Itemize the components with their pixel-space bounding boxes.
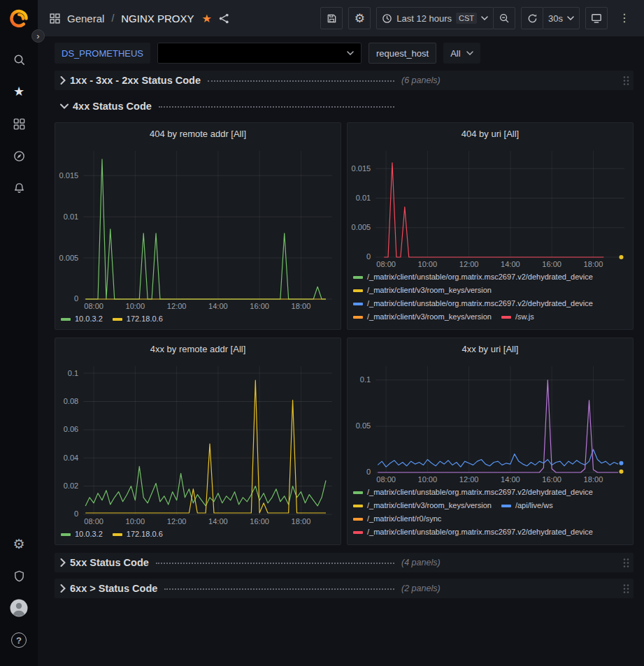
timeseries-chart[interactable]: 08:0010:0012:0014:0016:0018:0000.050.1: [348, 359, 633, 485]
svg-text:0.02: 0.02: [64, 482, 79, 490]
help-icon[interactable]: ?: [5, 626, 33, 654]
starred-dashboards-icon[interactable]: ★: [5, 78, 33, 106]
svg-text:0.06: 0.06: [64, 425, 79, 433]
svg-text:14:00: 14:00: [501, 475, 520, 484]
panel-title[interactable]: 404 by uri [All]: [348, 123, 633, 144]
legend-item[interactable]: /api/live/ws: [501, 500, 553, 512]
svg-text:0: 0: [74, 295, 78, 303]
legend-item[interactable]: /_matrix/client/unstable/org.matrix.msc2…: [353, 298, 593, 310]
datasource-select[interactable]: [157, 43, 362, 64]
dashboards-icon[interactable]: [5, 110, 33, 138]
legend-swatch: [353, 316, 363, 319]
chevron-down-icon: [567, 16, 574, 20]
share-icon[interactable]: [218, 13, 230, 24]
svg-text:10:00: 10:00: [417, 260, 437, 268]
legend-item[interactable]: 10.0.3.2: [61, 528, 103, 540]
legend-swatch: [61, 318, 71, 321]
legend-label: /sw.js: [515, 311, 534, 323]
favorite-star-icon[interactable]: ★: [201, 12, 211, 25]
refresh-button[interactable]: [521, 7, 543, 29]
legend-item[interactable]: 172.18.0.6: [113, 313, 163, 325]
configuration-gear-icon[interactable]: ⚙: [5, 530, 33, 558]
panel-404-by-remote-addr: 404 by remote addr [All] 08:0010:0012:00…: [55, 122, 341, 330]
question-mark: ?: [11, 632, 27, 648]
server-admin-shield-icon[interactable]: [5, 562, 33, 590]
row-title: 4xx Status Code: [73, 101, 152, 112]
panel-title[interactable]: 4xx by uri [All]: [348, 338, 633, 359]
legend-item[interactable]: /_matrix/client/unstable/org.matrix.msc2…: [353, 486, 593, 498]
svg-text:0.08: 0.08: [64, 397, 79, 405]
time-range-picker[interactable]: Last 12 hours CST: [376, 7, 494, 29]
svg-text:10:00: 10:00: [417, 475, 437, 484]
grafana-logo[interactable]: [7, 7, 31, 31]
legend-swatch: [353, 531, 363, 534]
sidebar-expand-button[interactable]: ›: [31, 29, 45, 43]
datasource-variable-label: DS_PROMETHEUS: [55, 43, 150, 64]
svg-text:0.05: 0.05: [356, 421, 371, 430]
legend-label: /_matrix/client/unstable/org.matrix.msc2…: [367, 486, 593, 498]
row-6xx[interactable]: 6xx > Status Code (2 panels): [55, 579, 634, 598]
monitor-icon: [591, 13, 602, 24]
panel-legend: /_matrix/client/unstable/org.matrix.msc2…: [348, 270, 633, 326]
tv-mode-button[interactable]: [585, 7, 608, 29]
row-1xx-3xx-2xx[interactable]: 1xx - 3xx - 2xx Status Code (6 panels): [55, 71, 634, 90]
row-drag-handle[interactable]: [622, 582, 631, 595]
dotted-leader: [159, 102, 394, 108]
panel-4xx-by-uri: 4xx by uri [All] 08:0010:0012:0014:0016:…: [347, 338, 634, 545]
svg-text:14:00: 14:00: [208, 517, 228, 526]
explore-compass-icon[interactable]: [5, 142, 33, 170]
row-drag-handle[interactable]: [622, 556, 631, 570]
row-4xx[interactable]: 4xx Status Code: [55, 96, 634, 116]
breadcrumb-section[interactable]: General: [67, 13, 104, 24]
svg-text:18:00: 18:00: [584, 475, 603, 484]
svg-text:12:00: 12:00: [167, 302, 187, 310]
breadcrumb-separator: /: [111, 13, 114, 24]
alerting-bell-icon[interactable]: [5, 174, 33, 202]
timeseries-chart[interactable]: 08:0010:0012:0014:0016:0018:0000.020.040…: [55, 359, 341, 527]
time-range-label: Last 12 hours: [396, 13, 452, 24]
timezone-badge: CST: [456, 13, 477, 24]
breadcrumb-page-title: NGINX PROXY: [121, 13, 194, 24]
legend-item[interactable]: 10.0.3.2: [61, 313, 103, 325]
top-navbar: General / NGINX PROXY ★ ⚙ Last 12 hours …: [38, 0, 644, 36]
svg-text:12:00: 12:00: [459, 260, 479, 268]
zoom-out-button[interactable]: [493, 7, 515, 29]
row-panel-count: (4 panels): [401, 558, 441, 567]
legend-item[interactable]: 172.18.0.6: [113, 528, 163, 540]
legend-swatch: [353, 518, 363, 521]
row-5xx[interactable]: 5xx Status Code (4 panels): [55, 553, 634, 572]
legend-swatch: [353, 276, 363, 279]
legend-item[interactable]: /_matrix/client/v3/room_keys/version: [353, 311, 492, 323]
row-panel-count: (6 panels): [401, 75, 441, 85]
legend-item[interactable]: /_matrix/client/unstable/org.matrix.msc2…: [353, 526, 593, 538]
search-icon[interactable]: [5, 45, 33, 73]
panel-legend: /_matrix/client/unstable/org.matrix.msc2…: [348, 485, 633, 541]
kebab-menu-button[interactable]: ⋮: [613, 7, 636, 29]
chevron-down-icon: [466, 51, 473, 55]
legend-swatch: [61, 533, 71, 536]
row-drag-handle[interactable]: [622, 74, 631, 87]
panel-title[interactable]: 4xx by remote addr [All]: [55, 338, 341, 359]
svg-text:10:00: 10:00: [125, 517, 145, 526]
legend-item[interactable]: /_matrix/client/v3/room_keys/version: [353, 500, 492, 512]
legend-item[interactable]: /_matrix/client/unstable/org.matrix.msc2…: [353, 271, 593, 283]
panel-title[interactable]: 404 by remote addr [All]: [55, 123, 341, 144]
legend-item[interactable]: /_matrix/client/r0/sync: [353, 513, 441, 525]
request-host-select[interactable]: All: [443, 43, 480, 64]
legend-label: /_matrix/client/unstable/org.matrix.msc2…: [367, 298, 593, 310]
request-host-variable-label: request_host: [368, 43, 436, 64]
legend-item[interactable]: /_matrix/client/v3/room_keys/version: [353, 284, 492, 296]
dashboard-settings-gear-button[interactable]: ⚙: [348, 7, 371, 29]
save-dashboard-button[interactable]: [320, 7, 343, 29]
timeseries-chart[interactable]: 08:0010:0012:0014:0016:0018:0000.0050.01…: [55, 144, 341, 312]
timeseries-chart[interactable]: 08:0010:0012:0014:0016:0018:0000.0050.01…: [348, 144, 633, 270]
refresh-interval-dropdown[interactable]: 30s: [543, 7, 580, 29]
svg-text:16:00: 16:00: [250, 302, 269, 310]
dotted-leader: [156, 558, 394, 564]
chevron-right-icon: [60, 558, 66, 567]
svg-text:0.1: 0.1: [360, 375, 371, 384]
user-avatar[interactable]: [5, 594, 33, 622]
chevron-right-icon: [60, 584, 66, 593]
legend-item[interactable]: /sw.js: [501, 311, 534, 323]
svg-text:18:00: 18:00: [292, 302, 311, 310]
